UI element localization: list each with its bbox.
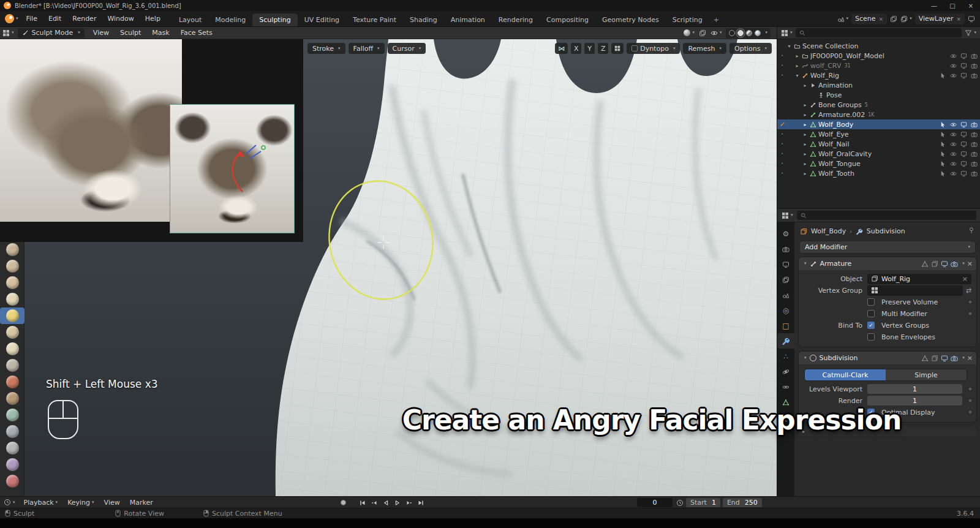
camera-icon[interactable] <box>971 131 978 138</box>
menu-file[interactable]: File <box>21 11 43 26</box>
collapse-icon[interactable]: ▾ <box>804 262 807 266</box>
expand-icon[interactable]: ▸ <box>802 83 809 88</box>
jump-end-button[interactable] <box>415 498 426 508</box>
menu-playback[interactable]: Playback▾ <box>19 499 63 507</box>
bone-envelopes-checkbox[interactable]: ✓ <box>867 333 875 341</box>
menu-keying[interactable]: Keying▾ <box>62 499 99 507</box>
edit-mode-toggle-icon[interactable] <box>921 355 929 362</box>
viewlayer-unlink-icon[interactable]: × <box>956 16 961 22</box>
catmull-clark-button[interactable]: Catmull-Clark <box>805 369 886 380</box>
end-frame-field[interactable]: End250 <box>723 498 762 507</box>
rendered-shading-icon[interactable] <box>755 30 761 36</box>
new-scene-icon[interactable] <box>890 15 897 23</box>
symmetry-z-toggle[interactable]: Z <box>598 43 608 54</box>
brush-draw-button[interactable] <box>0 241 24 258</box>
eye-icon[interactable] <box>950 53 957 59</box>
cage-toggle-icon[interactable] <box>931 260 938 268</box>
camera-icon[interactable] <box>971 151 978 157</box>
scene-selector[interactable]: Scene× <box>851 13 887 25</box>
outliner-row-wolf-body[interactable]: ▸ Wolf_Body <box>777 119 980 129</box>
outliner-row-pose[interactable]: Pose <box>777 90 980 100</box>
preserve-volume-checkbox[interactable]: ✓ <box>867 298 875 306</box>
brush-inflate-button[interactable] <box>0 341 24 357</box>
menu-mask[interactable]: Mask <box>147 29 174 37</box>
expand-icon[interactable]: ▸ <box>802 132 809 137</box>
arrow-icon[interactable] <box>940 131 946 138</box>
minimize-button[interactable]: — <box>925 0 943 11</box>
expand-icon[interactable]: ▸ <box>802 161 809 167</box>
outliner-row-wolf-tongue[interactable]: • ▸ Wolf_Tongue <box>777 159 980 168</box>
menu-view[interactable]: View <box>88 29 114 37</box>
eye-icon[interactable] <box>950 72 957 79</box>
add-modifier-button[interactable]: Add Modifier▾ <box>800 241 975 253</box>
outliner-row-wolf-tooth[interactable]: • ▸ Wolf_Tooth <box>777 168 980 178</box>
outliner-row-animation[interactable]: ▸ Animation <box>777 80 980 90</box>
camera-icon[interactable] <box>971 170 978 177</box>
realtime-toggle-icon[interactable] <box>941 260 948 268</box>
symmetry-x-toggle[interactable]: X <box>571 43 581 54</box>
wireframe-shading-icon[interactable] <box>729 30 735 36</box>
animate-dot[interactable] <box>969 301 971 303</box>
collapse-icon[interactable]: ▾ <box>804 356 807 360</box>
eye-icon[interactable] <box>950 141 957 148</box>
outliner-row-wolf-crv[interactable]: • ▸ wolf_CRV 31 <box>777 61 980 70</box>
browse-scene-icon[interactable]: ▾ <box>837 15 849 23</box>
menu-render[interactable]: Render <box>67 11 102 26</box>
viewlayer-icon[interactable]: ▾ <box>900 15 912 23</box>
animate-dot[interactable] <box>969 388 971 390</box>
symmetry-y-toggle[interactable]: Y <box>584 43 595 54</box>
outliner-row-scene-collection[interactable]: ▾ Scene Collection <box>777 41 980 51</box>
expand-icon[interactable]: ▸ <box>802 141 809 147</box>
brush-clay-strips-button[interactable] <box>0 291 24 307</box>
outliner-row-wolf-oralcavity[interactable]: • ▸ Wolf_OralCavity <box>777 149 980 159</box>
tab-scene[interactable] <box>777 287 794 303</box>
outliner-editor-selector[interactable]: ▾ <box>781 29 793 37</box>
outliner-filter-icon[interactable]: ▾ <box>965 29 976 37</box>
eye-icon[interactable] <box>950 160 957 167</box>
arrow-icon[interactable] <box>940 151 946 157</box>
expand-icon[interactable]: ▾ <box>786 43 793 49</box>
play-button[interactable] <box>392 498 402 508</box>
expand-icon[interactable]: ▸ <box>802 112 809 118</box>
menu-window[interactable]: Window <box>102 11 139 26</box>
outliner-row-wolf-model[interactable]: • ▸ JF0O0P00_Wolf_Model <box>777 51 980 61</box>
screen-icon[interactable] <box>960 141 967 148</box>
current-frame-field[interactable]: 0 <box>637 498 673 507</box>
brush-flatten-button[interactable] <box>0 407 24 423</box>
solid-shading-icon[interactable] <box>737 30 744 36</box>
outliner-row-wolf-eye[interactable]: • ▸ Wolf_Eye <box>777 129 980 139</box>
viewlayer-selector[interactable]: ViewLayer× <box>915 13 965 25</box>
symmetry-icon[interactable]: ⋈ <box>555 43 568 54</box>
auto-key-toggle[interactable] <box>341 500 346 505</box>
mode-selector[interactable]: Sculpt Mode▾ <box>18 28 85 38</box>
close-button[interactable]: × <box>962 0 980 11</box>
tab-r endering[interactable]: Rendering <box>492 13 540 26</box>
tab-uv-editing[interactable]: UV Editing <box>298 13 346 26</box>
extras-dropdown-icon[interactable]: ▾ <box>962 262 965 266</box>
screen-icon[interactable] <box>960 72 967 79</box>
menu-face-sets[interactable]: Face Sets <box>176 29 217 37</box>
scene-unlink-icon[interactable]: × <box>879 16 884 22</box>
menu-edit[interactable]: Edit <box>43 11 67 26</box>
close-modifier-icon[interactable]: × <box>967 354 973 362</box>
matcap-dropdown[interactable]: ▾ <box>684 29 695 36</box>
eye-icon[interactable] <box>950 131 957 138</box>
outliner-row-wolf-rig[interactable]: • ▾ Wolf_Rig <box>777 70 980 80</box>
tab-sculpting[interactable]: Sculpting <box>252 13 297 26</box>
modifier-name[interactable]: Subdivision <box>820 354 858 362</box>
brush-blob-button[interactable] <box>0 357 24 374</box>
material-shading-icon[interactable] <box>746 30 752 36</box>
camera-icon[interactable] <box>971 72 978 79</box>
brush-draw-sharp-button[interactable] <box>0 258 24 274</box>
brush-scrape-button[interactable] <box>0 440 24 456</box>
tab-output[interactable] <box>777 257 794 272</box>
arrow-icon[interactable] <box>940 160 946 167</box>
cursor-dropdown[interactable]: Cursor▾ <box>388 43 426 54</box>
brush-crease-button[interactable] <box>0 374 24 390</box>
tab-compositing[interactable]: Compositing <box>540 13 595 26</box>
eye-icon[interactable] <box>950 170 957 177</box>
brush-layer-button[interactable] <box>0 324 24 341</box>
tab-shading[interactable]: Shading <box>403 13 444 26</box>
expand-icon[interactable]: ▸ <box>794 53 801 59</box>
brush-smooth-button[interactable] <box>0 390 24 407</box>
